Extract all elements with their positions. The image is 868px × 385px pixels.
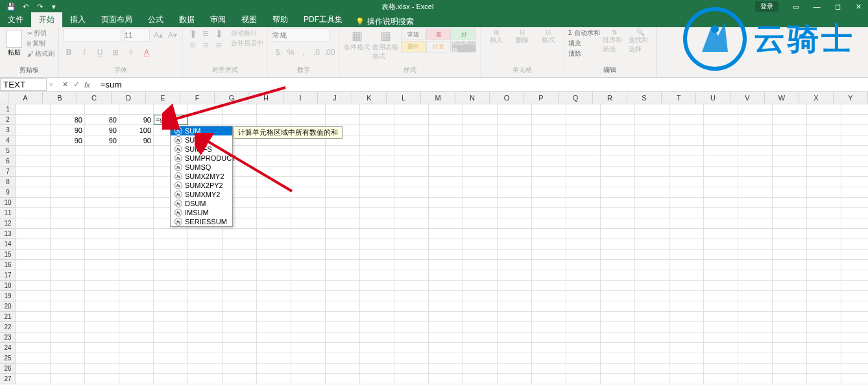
row-header[interactable]: 18 [0,281,16,291]
cell[interactable] [429,115,463,125]
cell[interactable] [16,374,51,384]
row-header[interactable]: 15 [0,250,16,260]
cell[interactable] [257,198,291,208]
cell[interactable] [773,239,807,250]
column-header[interactable]: O [490,92,524,104]
cell[interactable] [498,291,532,301]
cell[interactable] [360,374,394,384]
cell[interactable] [841,301,868,312]
cell[interactable] [360,177,394,187]
cell[interactable] [394,208,429,218]
cell[interactable] [154,343,188,353]
cell[interactable] [429,343,463,353]
cell[interactable] [704,260,738,270]
cell[interactable] [154,239,188,250]
decrease-decimal-button[interactable]: .00 [324,47,335,58]
cell[interactable] [16,312,51,322]
cell[interactable] [85,301,119,312]
column-header[interactable]: D [112,92,146,104]
cell[interactable] [223,291,257,301]
cell[interactable] [154,281,188,291]
font-family-select[interactable] [63,29,121,41]
row-header[interactable]: 16 [0,260,16,270]
cell[interactable] [669,208,704,218]
cell[interactable] [773,115,807,125]
cell[interactable] [360,270,394,281]
cell[interactable] [773,250,807,260]
cell[interactable] [188,353,223,364]
cell[interactable] [463,301,498,312]
cell[interactable] [51,239,85,250]
cell[interactable] [601,156,635,167]
cell[interactable] [394,301,429,312]
cell[interactable] [807,239,841,250]
cell[interactable] [635,312,669,322]
cell[interactable] [429,353,463,364]
cell[interactable] [16,198,51,208]
cell[interactable] [773,156,807,167]
cell[interactable] [119,260,154,270]
cell[interactable] [51,312,85,322]
cell[interactable] [841,250,868,260]
cell[interactable] [669,374,704,384]
row-header[interactable]: 7 [0,167,16,177]
fill-color-button[interactable]: ◊ [125,47,137,58]
cell[interactable] [223,250,257,260]
cell[interactable] [326,291,360,301]
column-header[interactable]: A [8,92,43,104]
cell[interactable] [498,374,532,384]
cell[interactable] [188,343,223,353]
cell[interactable] [807,281,841,291]
copy-button[interactable]: ⎘复制 [27,39,54,48]
cell[interactable] [291,332,326,343]
cell[interactable] [532,104,566,115]
cell[interactable] [463,281,498,291]
column-header[interactable]: K [352,92,387,104]
cell[interactable] [16,125,51,135]
column-header[interactable]: S [627,92,662,104]
cell[interactable] [773,218,807,229]
cell[interactable] [773,229,807,239]
cell[interactable] [429,322,463,332]
align-center-button[interactable]: ≡ [200,40,211,51]
cell[interactable] [841,198,868,208]
cell[interactable] [498,115,532,125]
cell[interactable] [326,301,360,312]
row-header[interactable]: 19 [0,291,16,301]
wrap-text-button[interactable]: 自动换行 [231,29,263,38]
row-header[interactable]: 24 [0,343,16,353]
cell[interactable] [360,322,394,332]
cell[interactable] [704,156,738,167]
cell[interactable] [429,104,463,115]
cell[interactable] [16,156,51,167]
cell[interactable] [498,187,532,198]
cell[interactable] [601,115,635,125]
cell[interactable] [669,260,704,270]
number-format-select[interactable] [272,29,330,41]
cell[interactable] [394,198,429,208]
underline-button[interactable]: U [94,47,106,58]
cells-area[interactable]: 808090=sum9090100909090 [16,104,868,384]
cell[interactable] [498,343,532,353]
cell[interactable] [16,218,51,229]
cell[interactable] [291,353,326,364]
cell[interactable] [532,364,566,374]
cell[interactable] [669,364,704,374]
cell[interactable] [326,146,360,156]
cell[interactable] [360,343,394,353]
tab-formulas[interactable]: 公式 [140,12,171,27]
cell[interactable] [16,343,51,353]
cell[interactable] [291,281,326,291]
cell[interactable] [291,301,326,312]
cell[interactable] [841,322,868,332]
cell[interactable] [738,260,773,270]
cell[interactable] [498,239,532,250]
cell[interactable] [669,353,704,364]
cell[interactable] [394,332,429,343]
cell[interactable] [773,270,807,281]
cell[interactable] [154,291,188,301]
cell[interactable] [154,250,188,260]
cell[interactable] [463,374,498,384]
save-button[interactable]: 💾 [5,1,17,12]
row-header[interactable]: 2 [0,115,16,125]
